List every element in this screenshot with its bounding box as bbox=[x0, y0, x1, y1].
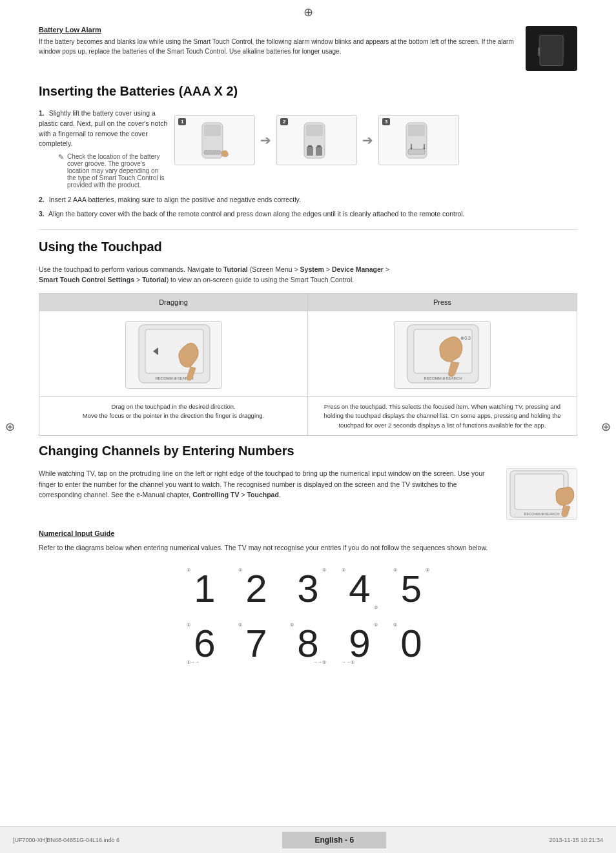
digit3-ann: ① bbox=[322, 568, 326, 573]
digit2-ann: ① bbox=[238, 568, 242, 573]
channels-remote-svg: RECOMM.⊕SEARCH bbox=[507, 469, 577, 519]
step-arrow-2: ➔ bbox=[362, 132, 373, 148]
note-icon: ✎ bbox=[58, 153, 64, 161]
battery-alarm-svg bbox=[529, 28, 574, 70]
svg-text:⊕0.3: ⊕0.3 bbox=[460, 336, 471, 340]
channels-text: While watching TV, tap on the protruding… bbox=[39, 468, 497, 500]
digit-5: ① ② 5 bbox=[392, 566, 431, 611]
press-caption: Press on the touchpad. This selects the … bbox=[308, 397, 577, 435]
dragging-svg: RECOMM.⊕SEARCH bbox=[126, 322, 222, 389]
touchpad-col2-header: Press bbox=[308, 294, 577, 311]
channels-image: RECOMM.⊕SEARCH bbox=[506, 468, 577, 520]
svg-rect-17 bbox=[408, 125, 425, 136]
touchpad-link-bold: Touchpad bbox=[247, 491, 278, 498]
battery-alarm-text: Battery Low Alarm If the battery becomes… bbox=[39, 26, 526, 56]
step1-content: Slightly lift the battery cover using a … bbox=[39, 109, 167, 147]
tutorial2-bold: Tutorial bbox=[142, 276, 167, 283]
controlling-tv-bold: Controlling TV bbox=[192, 491, 239, 498]
digit7-num: 7 bbox=[245, 624, 267, 663]
touchpad-col1-header: Dragging bbox=[39, 294, 308, 311]
footer-date-info: 2013-11-15 10:21:34 bbox=[549, 837, 603, 843]
svg-rect-14 bbox=[308, 145, 312, 147]
system-bold: System bbox=[300, 265, 324, 273]
step-badge-1: 1 bbox=[178, 118, 186, 125]
num-guide-desc: Refer to the diagrams below when enterin… bbox=[39, 542, 577, 553]
digits-row1: ① 1 ① 2 ① 3 ① ② 4 bbox=[39, 566, 577, 611]
press-cell: RECOMM.⊕SEARCH ⊕0.3 bbox=[308, 311, 577, 397]
remote-step1-svg bbox=[183, 119, 247, 161]
svg-rect-18 bbox=[408, 149, 425, 154]
svg-rect-0 bbox=[535, 31, 568, 68]
touchpad-captions-row: Drag on the touchpad in the desired dire… bbox=[39, 397, 577, 435]
battery-alarm-image bbox=[526, 26, 577, 71]
step2-number: 2. bbox=[39, 196, 45, 203]
remote-step2-svg bbox=[285, 119, 349, 161]
channels-content: While watching TV, tap on the protruding… bbox=[39, 468, 577, 520]
digit6-ann-bl: ①→→ bbox=[187, 660, 200, 665]
svg-rect-1 bbox=[539, 34, 564, 57]
svg-text:RECOMM.⊕SEARCH: RECOMM.⊕SEARCH bbox=[424, 376, 462, 380]
svg-text:RECOMM.⊕SEARCH: RECOMM.⊕SEARCH bbox=[524, 512, 560, 516]
press-svg: RECOMM.⊕SEARCH ⊕0.3 bbox=[395, 322, 491, 389]
svg-rect-4 bbox=[539, 48, 546, 54]
tutorial-bold: Tutorial bbox=[223, 265, 248, 273]
digit-3: ① 3 bbox=[289, 566, 327, 611]
digit9-ann-bl: →→① bbox=[342, 660, 354, 665]
digit9-num: 9 bbox=[349, 624, 370, 663]
svg-rect-8 bbox=[204, 125, 221, 136]
divider1 bbox=[39, 229, 577, 230]
step-img-3: 3 bbox=[378, 115, 459, 165]
digit3-num: 3 bbox=[297, 570, 318, 608]
step3-number: 3. bbox=[39, 210, 45, 218]
reg-mark-left: ⊕ bbox=[5, 420, 15, 434]
smart-touch-bold: Smart Touch Control Settings bbox=[39, 276, 134, 283]
digits-row2: ① ①→→ 6 ① 7 ① →→① 8 ① →→① bbox=[39, 621, 577, 666]
step1-row: 1. Slightly lift the battery cover using… bbox=[39, 108, 577, 189]
device-manager-bold: Device Manager bbox=[332, 265, 384, 273]
footer-spacer bbox=[39, 676, 577, 715]
footer-page-label: English - 6 bbox=[282, 832, 386, 848]
footer-file-info: [UF7000-XH]BN68-04851G-04L16.indb 6 bbox=[13, 837, 119, 843]
digit-8: ① →→① 8 bbox=[289, 621, 327, 666]
inserting-batteries-heading: Inserting the Batteries (AAA X 2) bbox=[39, 84, 577, 99]
step1: 1. Slightly lift the battery cover using… bbox=[39, 108, 168, 149]
inserting-batteries-section: Inserting the Batteries (AAA X 2) 1. Sli… bbox=[39, 84, 577, 220]
remote-step3-svg bbox=[387, 119, 451, 161]
battery-step-images: 1 ➔ 2 bbox=[174, 108, 459, 175]
digit8-num: 8 bbox=[297, 624, 318, 663]
step1-text: 1. Slightly lift the battery cover using… bbox=[39, 108, 168, 189]
digit4-ann-tl: ① bbox=[342, 568, 345, 573]
touchpad-header-row: Dragging Press bbox=[39, 294, 577, 311]
digit-4: ① ② 4 bbox=[340, 566, 379, 611]
digit4-ann-br: ② bbox=[374, 605, 378, 610]
step3: 3. Align the battery cover with the back… bbox=[39, 209, 577, 220]
battery-alarm-desc: If the battery becomes and blanks low wh… bbox=[39, 37, 516, 56]
touchpad-desc: Use the touchpad to perform various comm… bbox=[39, 264, 577, 286]
step1-note-text: Check the location of the battery cover … bbox=[67, 153, 168, 189]
digit8-ann-br: →→① bbox=[313, 660, 326, 665]
step-badge-2: 2 bbox=[280, 118, 288, 125]
step2-content: Insert 2 AAA batteries, making sure to a… bbox=[49, 196, 301, 203]
digit8-ann-tl: ① bbox=[290, 622, 294, 628]
dragging-caption: Drag on the touchpad in the desired dire… bbox=[39, 397, 308, 435]
bottom-bar: [UF7000-XH]BN68-04851G-04L16.indb 6 Engl… bbox=[0, 826, 616, 853]
digit9-ann-tr: ① bbox=[374, 622, 378, 628]
digit6-num: 6 bbox=[194, 624, 215, 663]
digit1-num: 1 bbox=[194, 570, 215, 608]
battery-alarm-title: Battery Low Alarm bbox=[39, 26, 516, 34]
digit-1: ① 1 bbox=[185, 566, 224, 611]
svg-rect-11 bbox=[306, 125, 323, 136]
svg-rect-9 bbox=[204, 150, 221, 154]
svg-rect-13 bbox=[316, 147, 322, 156]
digit0-ann: ① bbox=[393, 622, 397, 628]
channels-section: Changing Channels by Entering Numbers Wh… bbox=[39, 444, 577, 666]
digit-7: ① 7 bbox=[237, 621, 276, 666]
battery-alarm-section: Battery Low Alarm If the battery becomes… bbox=[39, 26, 577, 71]
digit7-ann: ① bbox=[238, 622, 242, 628]
svg-rect-12 bbox=[307, 147, 313, 156]
digit5-num: 5 bbox=[401, 570, 422, 608]
step1-number: 1. bbox=[39, 109, 45, 117]
dragging-cell: RECOMM.⊕SEARCH bbox=[39, 311, 308, 397]
touchpad-heading: Using the Touchpad bbox=[39, 240, 577, 254]
channels-heading: Changing Channels by Entering Numbers bbox=[39, 444, 577, 458]
